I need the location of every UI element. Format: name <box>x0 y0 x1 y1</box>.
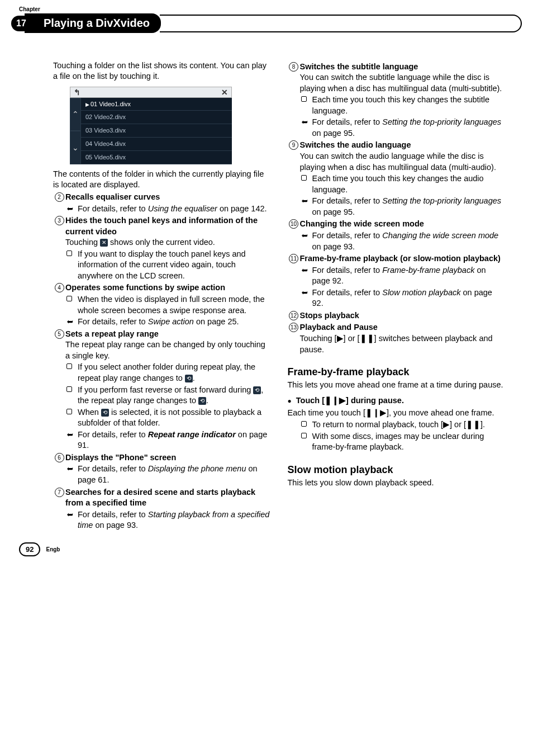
page-title: Playing a DivXvideo <box>25 13 161 33</box>
left-column: Touching a folder on the list shows its … <box>53 60 271 531</box>
item-number: 11 <box>288 253 300 309</box>
file-row[interactable]: 03 Video3.divx <box>81 124 232 138</box>
file-list-ui: ↰ ✕ ⌃ ⌄ ▶01 Video1.divx 02 Video2.divx 0… <box>70 87 232 164</box>
note: Each time you touch this key changes the… <box>300 173 506 195</box>
item-number: 3 <box>53 215 65 281</box>
xref-icon <box>300 287 312 309</box>
close-icon[interactable]: ✕ <box>218 87 231 97</box>
xref-icon <box>300 117 312 139</box>
item-title: Recalls equaliser curves <box>65 192 160 201</box>
file-list-body: ⌃ ⌄ ▶01 Video1.divx 02 Video2.divx 03 Vi… <box>70 98 232 164</box>
file-label: 05 Video5.divx <box>85 154 126 160</box>
item-title: Hides the touch panel keys and informati… <box>65 216 258 236</box>
repeat-folder-icon: ⟲ <box>198 397 206 405</box>
xref: For details, refer to Setting the top-pr… <box>300 117 506 139</box>
note: If you perform fast reverse or fast forw… <box>65 385 271 407</box>
xref-icon <box>65 429 78 451</box>
item-number: 12 <box>288 310 300 322</box>
file-row[interactable]: ▶01 Video1.divx <box>81 98 232 111</box>
item-12: 12 Stops playback <box>288 310 506 322</box>
item-3: 3 Hides the touch panel keys and informa… <box>53 215 271 281</box>
item-number: 5 <box>53 329 65 451</box>
item-number: 7 <box>53 487 65 531</box>
file-list-header: ↰ ✕ <box>70 87 232 98</box>
item-number: 10 <box>288 219 300 252</box>
item-10: 10 Changing the wide screen mode For det… <box>288 219 506 252</box>
file-row[interactable]: 05 Video5.divx <box>81 151 232 164</box>
item-number: 6 <box>53 452 65 486</box>
note: To return to normal playback, touch [▶] … <box>300 419 506 431</box>
title-decor <box>160 15 522 32</box>
item-number: 2 <box>53 192 65 214</box>
item-title: Frame-by-frame playback (or slow-motion … <box>300 254 501 263</box>
xref: For details, refer to Swipe action on pa… <box>65 316 271 328</box>
item-13: 13 Playback and Pause Touching [▶] or [❚… <box>288 322 506 355</box>
item-7: 7 Searches for a desired scene and start… <box>53 487 271 531</box>
xref-icon <box>300 265 312 287</box>
item-number: 13 <box>288 322 300 355</box>
header-spacer <box>84 87 218 97</box>
fbf-step: Touch [❚❙▶] during pause. <box>288 395 506 407</box>
item-line: Touching ✕ shows only the current video. <box>65 237 271 248</box>
file-label: 03 Video3.divx <box>85 127 126 134</box>
file-row[interactable]: 04 Video4.divx <box>81 138 232 151</box>
slow-intro: This lets you slow down playback speed. <box>288 478 506 489</box>
item-number: 9 <box>288 140 300 218</box>
item-5: 5 Sets a repeat play range The repeat pl… <box>53 329 271 451</box>
square-bullet-icon <box>300 173 312 195</box>
item-desc: You can switch the audio language while … <box>300 151 506 173</box>
repeat-folder-icon: ⟲ <box>101 409 109 417</box>
chapter-label: Chapter <box>0 0 533 13</box>
file-label: 04 Video4.divx <box>85 140 126 147</box>
xref-icon <box>65 316 78 328</box>
repeat-file-icon: ⟲ <box>253 386 261 394</box>
item-11: 11 Frame-by-frame playback (or slow-moti… <box>288 253 506 309</box>
right-column: 8 Switches the subtitle language You can… <box>288 60 506 531</box>
item-title: Searches for a desired scene and starts … <box>65 488 255 508</box>
scroll-down-icon[interactable]: ⌄ <box>70 131 81 164</box>
square-bullet-icon <box>65 249 78 282</box>
item-number: 8 <box>288 62 300 139</box>
intro-text: Touching a folder on the list shows its … <box>53 60 271 82</box>
item-desc: Touching [▶] or [❚❚] switches between pl… <box>300 333 506 355</box>
square-bullet-icon <box>65 294 78 316</box>
x-icon: ✕ <box>100 239 108 247</box>
note: When the video is displayed in full scre… <box>65 294 271 316</box>
file-label: 01 Video1.divx <box>91 101 131 107</box>
xref: For details, refer to Displaying the pho… <box>65 464 271 485</box>
xref: For details, refer to Repeat range indic… <box>65 429 271 451</box>
title-row: 17 Playing a DivXvideo <box>0 15 533 32</box>
item-title: Switches the audio language <box>300 140 411 149</box>
note: If you select another folder during repe… <box>65 362 271 384</box>
item-number: 4 <box>53 282 65 327</box>
xref-icon <box>300 196 312 218</box>
file-rows: ▶01 Video1.divx 02 Video2.divx 03 Video3… <box>81 98 232 164</box>
back-icon[interactable]: ↰ <box>70 87 84 97</box>
scroll-up-icon[interactable]: ⌃ <box>70 98 81 131</box>
note: With some discs, images may be unclear d… <box>300 431 506 453</box>
note: If you want to display the touch panel k… <box>65 249 271 282</box>
item-8: 8 Switches the subtitle language You can… <box>288 62 506 139</box>
page: Chapter 17 Playing a DivXvideo Touching … <box>0 0 533 568</box>
square-bullet-icon <box>65 362 78 384</box>
repeat-disc-icon: ⟲ <box>185 375 193 382</box>
xref: For details, refer to Frame-by-frame pla… <box>300 265 506 287</box>
item-9: 9 Switches the audio language You can sw… <box>288 140 506 218</box>
play-icon: ▶ <box>85 101 89 108</box>
page-number: 92 <box>19 542 40 557</box>
note: When ⟲ is selected, it is not possible t… <box>65 407 271 429</box>
xref-icon <box>65 464 78 485</box>
section-heading-frame: Frame-by-frame playback <box>288 365 506 379</box>
solid-bullet-icon <box>288 396 296 405</box>
xref: For details, refer to Setting the top-pr… <box>300 196 506 218</box>
item-desc: The repeat play range can be changed by … <box>65 339 271 361</box>
item-title: Displays the "Phone" screen <box>65 453 176 462</box>
file-row[interactable]: 02 Video2.divx <box>81 111 232 124</box>
fbf-after: Each time you touch [❚❙▶], you move ahea… <box>288 408 506 419</box>
item-title: Stops playback <box>300 311 359 320</box>
item-4: 4 Operates some functions by swipe actio… <box>53 282 271 327</box>
item-6: 6 Displays the "Phone" screen For detail… <box>53 452 271 486</box>
item-title: Changing the wide screen mode <box>300 219 424 228</box>
fbf-intro: This lets you move ahead one frame at a … <box>288 380 506 391</box>
item-title: Sets a repeat play range <box>65 329 159 338</box>
